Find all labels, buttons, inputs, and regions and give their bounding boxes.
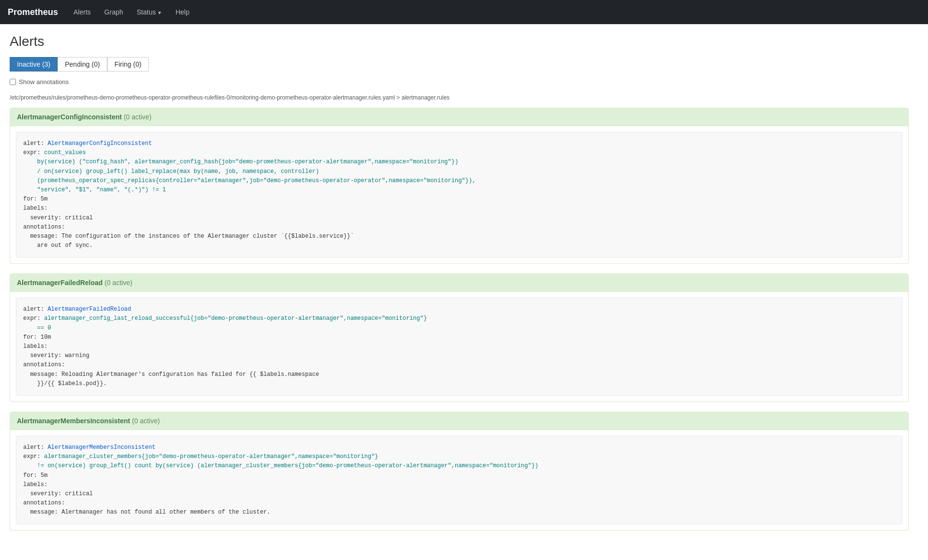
nav-item-status: Status bbox=[131, 8, 168, 16]
navbar: Prometheus Alerts Graph Status Help bbox=[0, 0, 928, 24]
alert-count-config-inconsistent: (0 active) bbox=[124, 113, 152, 121]
alert-name-members-inconsistent: AlertmanagerMembersInconsistent bbox=[17, 417, 130, 425]
nav-item-alerts: Alerts bbox=[68, 8, 97, 16]
alert-header-members-inconsistent[interactable]: AlertmanagerMembersInconsistent (0 activ… bbox=[10, 412, 908, 430]
nav-link-status[interactable]: Status bbox=[131, 4, 168, 20]
navbar-brand[interactable]: Prometheus bbox=[8, 7, 58, 17]
alert-code-members-inconsistent: alert: AlertmanagerMembersInconsistent e… bbox=[16, 436, 902, 525]
nav-link-graph[interactable]: Graph bbox=[99, 4, 129, 20]
alert-header-config-inconsistent[interactable]: AlertmanagerConfigInconsistent (0 active… bbox=[10, 108, 908, 126]
alert-name-config-inconsistent: AlertmanagerConfigInconsistent bbox=[17, 113, 122, 121]
alert-code-config-inconsistent: alert: AlertmanagerConfigInconsistent ex… bbox=[16, 132, 902, 258]
tab-firing[interactable]: Firing (0) bbox=[107, 57, 149, 72]
tab-pending[interactable]: Pending (0) bbox=[58, 57, 107, 72]
show-annotations-checkbox[interactable] bbox=[10, 79, 16, 85]
show-annotations-row: Show annotations bbox=[10, 78, 909, 86]
alert-header-failed-reload[interactable]: AlertmanagerFailedReload (0 active) bbox=[10, 274, 908, 292]
page-content: Alerts Inactive (3) Pending (0) Firing (… bbox=[0, 24, 918, 550]
alert-section-members-inconsistent: AlertmanagerMembersInconsistent (0 activ… bbox=[10, 412, 909, 531]
alert-section-config-inconsistent: AlertmanagerConfigInconsistent (0 active… bbox=[10, 108, 909, 264]
alert-name-failed-reload: AlertmanagerFailedReload bbox=[17, 279, 102, 287]
page-title: Alerts bbox=[10, 34, 909, 49]
nav-item-graph: Graph bbox=[99, 8, 129, 16]
navbar-nav: Alerts Graph Status Help bbox=[68, 8, 195, 16]
file-path: /etc/prometheus/rules/prometheus-demo-pr… bbox=[10, 92, 909, 103]
tab-inactive[interactable]: Inactive (3) bbox=[10, 57, 58, 72]
alert-code-failed-reload: alert: AlertmanagerFailedReload expr: al… bbox=[16, 298, 902, 396]
nav-link-alerts[interactable]: Alerts bbox=[68, 4, 97, 20]
nav-item-help: Help bbox=[170, 8, 195, 16]
alert-count-failed-reload: (0 active) bbox=[104, 279, 132, 287]
show-annotations-label[interactable]: Show annotations bbox=[19, 78, 69, 86]
alert-count-members-inconsistent: (0 active) bbox=[132, 417, 160, 425]
alert-tabs: Inactive (3) Pending (0) Firing (0) bbox=[10, 57, 909, 72]
nav-link-help[interactable]: Help bbox=[170, 4, 195, 20]
alert-section-failed-reload: AlertmanagerFailedReload (0 active) aler… bbox=[10, 273, 909, 402]
